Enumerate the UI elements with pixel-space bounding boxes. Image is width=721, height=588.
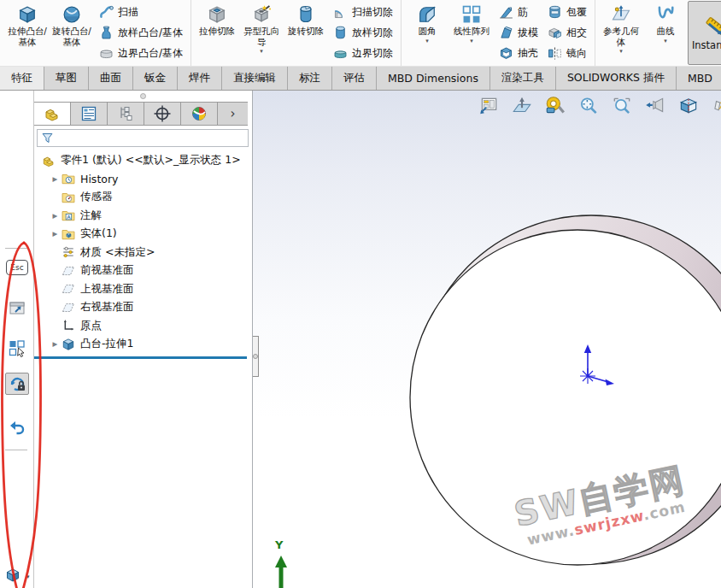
mirror-button[interactable]: 镜向 [544, 44, 589, 63]
breadcrumb-window-button[interactable] [5, 297, 29, 320]
rollback-bar[interactable] [34, 356, 247, 359]
view-settings-window-button[interactable] [478, 95, 500, 117]
previous-view-button[interactable] [644, 95, 666, 117]
tree-item-top-plane[interactable]: 上视基准面 [34, 280, 252, 299]
revolve-cut-button[interactable]: 旋转切除 [284, 1, 328, 65]
zoom-to-fit-button[interactable] [577, 95, 600, 117]
feature-tree: 零件1 (默认) <<默认>_显示状态 1> ▶ History 传感器 ▶ A… [34, 149, 252, 588]
curves-button[interactable]: 曲线 ▾ [643, 1, 688, 65]
view-orientation-cube-button[interactable] [3, 566, 24, 585]
tree-item-right-plane[interactable]: 右视基准面 [34, 298, 252, 317]
tree-item-history[interactable]: ▶ History [34, 170, 252, 189]
mirror-icon [547, 45, 563, 62]
shell-button[interactable]: 抽壳 [495, 44, 541, 63]
loft-cut-button[interactable]: 放样切除 [330, 23, 396, 43]
solidworks-window: 拉伸凸台/基体 旋转凸台/基体 扫描 放样凸台/基体 边界凸台/基体 [0, 0, 721, 588]
expand-arrow-icon[interactable]: ▶ [50, 212, 61, 220]
left-shortcut-toolbar: Esc ▾ [0, 91, 34, 588]
tree-item-solid-bodies[interactable]: ▶ 实体(1) [34, 225, 252, 244]
reference-geometry-button[interactable]: 参考几何体 ▾ [599, 1, 643, 65]
measure-button[interactable] [544, 95, 566, 117]
tree-root-item[interactable]: 零件1 (默认) <<默认>_显示状态 1> [34, 151, 252, 170]
divider [5, 248, 27, 249]
tab-display-manager[interactable] [181, 103, 218, 125]
expand-arrow-icon[interactable]: ▶ [50, 175, 61, 183]
panel-tabs-overflow-button[interactable]: › [218, 103, 248, 125]
window-arrow-hud-icon [478, 95, 500, 117]
chevron-down-icon[interactable]: ▾ [619, 47, 623, 56]
multi-select-button[interactable] [5, 337, 29, 359]
boundary-boss-button[interactable]: 边界凸台/基体 [96, 44, 185, 63]
tree-item-boss-extrude1[interactable]: ▶ 凸台-拉伸1 [34, 335, 252, 354]
expand-arrow-icon[interactable]: ▶ [50, 230, 61, 238]
extrude-cut-icon [206, 3, 228, 26]
loft-boss-button[interactable]: 放样凸台/基体 [96, 23, 185, 43]
tab-mbd[interactable]: MBD [677, 67, 721, 90]
linear-pattern-label: 线性阵列 [454, 26, 489, 37]
cut-stack: 扫描切除 放样切除 边界切除 [328, 1, 397, 65]
rib-button[interactable]: 筋 [495, 3, 541, 22]
tree-item-origin[interactable]: 原点 [34, 317, 252, 336]
undo-button[interactable] [5, 415, 29, 438]
tree-item-sensors[interactable]: 传感器 [34, 188, 252, 207]
wrap-button[interactable]: 包覆 [544, 3, 589, 22]
zoom-to-area-button[interactable] [611, 95, 633, 117]
tab-mbd-dimensions[interactable]: MBD Dimensions [377, 67, 490, 90]
section-view-button[interactable] [677, 95, 700, 117]
tree-filter-box[interactable] [37, 129, 249, 147]
chevron-down-icon[interactable]: ▾ [664, 37, 667, 45]
tree-item-annotations[interactable]: ▶ A 注解 [34, 207, 252, 226]
tree-filter-input[interactable] [55, 131, 248, 145]
tab-solidworks-addins[interactable]: SOLIDWORKS 插件 [556, 67, 677, 90]
tree-item-front-plane[interactable]: 前视基准面 [34, 262, 252, 280]
hole-wizard-button[interactable]: 异型孔向导 ▾ [239, 1, 284, 65]
tab-sheet-metal[interactable]: 钣金 [133, 67, 178, 90]
fillet-button[interactable]: 圆角 ▾ [405, 1, 449, 65]
expand-arrow-icon[interactable]: ▶ [50, 340, 61, 348]
plane-icon [61, 281, 76, 297]
draft-label: 拔模 [518, 26, 538, 40]
tab-dimxpert-manager[interactable] [144, 103, 181, 125]
panel-splitter-handle[interactable] [253, 336, 259, 377]
tab-configuration-manager[interactable] [108, 103, 144, 125]
tree-item-label: 上视基准面 [80, 282, 134, 297]
escape-button[interactable]: Esc [5, 256, 29, 279]
tab-featuremanager-tree[interactable] [34, 103, 71, 125]
rotate-lock-button[interactable] [5, 373, 29, 395]
hole-wizard-icon [250, 3, 273, 26]
graphics-viewport[interactable]: Y SW自学网 www.swrjzxw.com [253, 91, 721, 588]
sweep-button[interactable]: 扫描 [96, 3, 185, 22]
boundary-cut-button[interactable]: 边界切除 [330, 44, 396, 63]
tab-evaluate[interactable]: 评估 [332, 67, 377, 90]
chevron-down-icon[interactable]: ▾ [425, 37, 429, 45]
sweep-cut-label: 扫描切除 [352, 5, 393, 20]
chevron-down-icon[interactable]: ▾ [260, 47, 263, 56]
edit-appearance-button[interactable] [711, 95, 721, 117]
chevron-down-icon[interactable]: ▾ [470, 37, 473, 45]
tab-features[interactable]: 特征 [0, 67, 44, 90]
extrude-cut-button[interactable]: 拉伸切除 [195, 1, 239, 65]
tab-property-manager[interactable] [71, 103, 108, 125]
linear-pattern-button[interactable]: 线性阵列 ▾ [449, 1, 494, 65]
tab-surfaces[interactable]: 曲面 [89, 67, 133, 90]
tab-render-tools[interactable]: 渲染工具 [490, 67, 556, 90]
sweep-cut-button[interactable]: 扫描切除 [330, 3, 396, 22]
intersect-button[interactable]: 相交 [544, 23, 589, 43]
draft-button[interactable]: 拔模 [495, 23, 541, 43]
splitter-dot-icon [140, 93, 146, 99]
boss-extrude-feature-icon [61, 337, 76, 352]
chevron-down-icon[interactable]: ▾ [26, 573, 30, 580]
ribbon-group-cut: 拉伸切除 异型孔向导 ▾ 旋转切除 扫描切除 放样切除 [191, 0, 402, 66]
tab-markup[interactable]: 标注 [288, 67, 332, 90]
tab-sketch[interactable]: 草图 [44, 67, 89, 90]
property-list-icon [79, 104, 98, 123]
ribbon-group-reference: 参考几何体 ▾ 曲线 ▾ Instant3D [595, 0, 721, 66]
instant3d-button[interactable]: Instant3D [688, 1, 721, 65]
normal-to-button[interactable] [511, 95, 533, 117]
tree-item-material[interactable]: 材质 <未指定> [34, 244, 252, 262]
panel-top-splitter[interactable] [34, 91, 252, 102]
revolve-boss-button[interactable]: 旋转凸台/基体 [50, 1, 94, 65]
extrude-boss-button[interactable]: 拉伸凸台/基体 [5, 1, 50, 65]
tab-weldments[interactable]: 焊件 [178, 67, 222, 90]
tab-direct-editing[interactable]: 直接编辑 [222, 67, 288, 90]
